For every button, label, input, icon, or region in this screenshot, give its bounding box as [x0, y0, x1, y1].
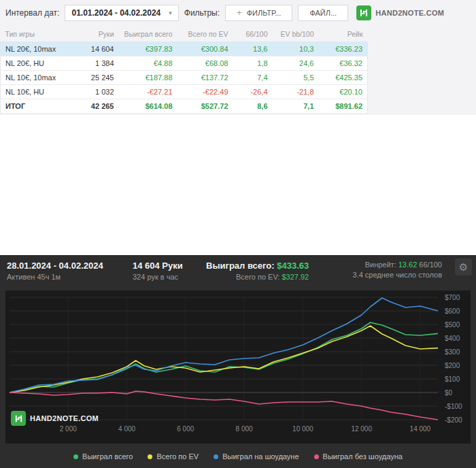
svg-text:10 000: 10 000 — [292, 425, 313, 433]
top-section: Интервал дат: 01.01.2024 - 04.02.2024 ▾ … — [0, 0, 476, 115]
table-total-row[interactable]: ИТОГ42 265$614.08$527.728,67,1$891.62 — [1, 99, 368, 114]
add-filter-button-label: ФИЛЬТР... — [247, 9, 282, 17]
svg-text:$500: $500 — [445, 321, 460, 329]
svg-text:8 000: 8 000 — [236, 425, 253, 433]
table-cell: 10,3 — [273, 42, 319, 56]
table-cell: -€27.21 — [119, 85, 177, 99]
table-cell: NL 20€, HU — [1, 56, 73, 71]
session-panel-header: 28.01.2024 - 04.02.2024 Активен 45ч 1м 1… — [0, 255, 476, 281]
legend-dot-icon — [73, 454, 78, 459]
table-cell: NL 20€, 10max — [1, 42, 73, 56]
table-cell: 42 265 — [73, 99, 119, 114]
table-row[interactable]: NL 10€, HU1 032-€27.21-€22.49-26,4-21,8€… — [1, 85, 368, 99]
brand-text: HAND2NOTE.COM — [375, 9, 444, 17]
svg-text:$300: $300 — [445, 348, 460, 356]
svg-text:-$100: -$100 — [445, 403, 462, 410]
column-header[interactable]: Рейк — [319, 26, 368, 42]
svg-text:$600: $600 — [445, 307, 460, 315]
brand-logo[interactable]: HAND2NOTE.COM — [356, 5, 444, 20]
table-cell: -€22.49 — [177, 85, 233, 99]
svg-text:2 000: 2 000 — [60, 425, 77, 433]
date-range-select[interactable]: 01.01.2024 - 04.02.2024 ▾ — [65, 5, 178, 21]
table-cell: 1 032 — [73, 85, 119, 99]
svg-text:$200: $200 — [445, 362, 460, 369]
legend-dot-icon — [148, 454, 152, 459]
file-button-label: ФАЙЛ... — [309, 9, 337, 17]
column-header[interactable]: Всего по EV — [177, 26, 233, 42]
legend-item[interactable]: Выиграл всего — [73, 452, 133, 461]
legend-item[interactable]: Выиграл на шоудауне — [214, 452, 299, 461]
legend-item[interactable]: Выиграл без шоудауна — [314, 452, 403, 461]
legend-item-label: Выиграл без шоудауна — [323, 452, 403, 461]
plus-icon: + — [237, 10, 242, 16]
settings-gear-icon[interactable]: ⚙ — [455, 258, 472, 275]
session-active-time: Активен 45ч 1м — [7, 273, 133, 281]
svg-text:12 000: 12 000 — [351, 425, 372, 433]
legend-item-label: Всего по EV — [156, 452, 199, 461]
table-row[interactable]: NL 20€, HU1 384€4.88€68.081,824,6€36.32 — [1, 56, 368, 71]
table-cell: €68.08 — [177, 56, 233, 71]
results-table: Тип игрыРукиВыиграл всегоВсего по EV66/1… — [0, 26, 368, 114]
svg-text:14 000: 14 000 — [410, 425, 431, 433]
table-cell: 8,6 — [233, 99, 273, 114]
column-header[interactable]: Тип игры — [1, 26, 73, 42]
table-cell: 1,8 — [233, 56, 273, 71]
table-cell: €20.10 — [319, 85, 368, 99]
session-ev-value: $327.92 — [282, 273, 309, 281]
add-filter-button[interactable]: + ФИЛЬТР... — [225, 5, 292, 21]
svg-text:4 000: 4 000 — [118, 425, 135, 433]
legend-item-label: Выиграл всего — [82, 452, 133, 461]
table-cell: $527.72 — [177, 99, 233, 114]
session-panel: 28.01.2024 - 04.02.2024 Активен 45ч 1м 1… — [0, 255, 476, 468]
table-cell: -26,4 — [233, 85, 273, 99]
column-header[interactable]: 66/100 — [233, 26, 273, 42]
column-header[interactable]: EV bb/100 — [273, 26, 319, 42]
session-ev-total: Всего по EV: $327.92 — [206, 273, 309, 281]
legend-dot-icon — [314, 454, 319, 459]
table-cell: 14 604 — [73, 42, 119, 56]
table-cell: 25 245 — [73, 71, 119, 85]
filters-label: Фильтры: — [184, 8, 220, 18]
legend-dot-icon — [214, 454, 218, 459]
column-header[interactable]: Руки — [73, 26, 119, 42]
table-cell: $614.08 — [119, 99, 177, 114]
toolbar: Интервал дат: 01.01.2024 - 04.02.2024 ▾ … — [0, 0, 476, 26]
table-row[interactable]: NL 20€, 10max14 604€397.83€300.8413,610,… — [1, 42, 368, 56]
column-header[interactable]: Выиграл всего — [119, 26, 177, 42]
hand2note-logo-icon — [356, 5, 371, 20]
table-cell: 5,5 — [273, 71, 319, 85]
session-avg-tables: 3.4 среднее число столов — [352, 271, 442, 279]
session-hands-per-hour: 324 рук в час — [133, 273, 206, 281]
chart-watermark: HAND2NOTE.COM — [11, 411, 99, 426]
svg-text:$700: $700 — [445, 294, 460, 301]
session-won-total: Выиграл всего: $433.63 — [206, 261, 309, 271]
table-cell: €4.88 — [119, 56, 177, 71]
svg-text:-$200: -$200 — [445, 416, 462, 424]
table-cell: 24,6 — [273, 56, 319, 71]
file-button[interactable]: ФАЙЛ... — [298, 5, 348, 21]
date-range-value: 01.01.2024 - 04.02.2024 — [71, 8, 160, 18]
legend-item[interactable]: Всего по EV — [148, 452, 199, 461]
hand2note-logo-icon — [11, 411, 26, 426]
table-cell: €187.88 — [119, 71, 177, 85]
svg-text:$0: $0 — [445, 389, 453, 397]
table-cell: NL 10€, 10max — [1, 71, 73, 85]
svg-text:$400: $400 — [445, 335, 460, 342]
session-winrate: Винрейт: 13.62 66/100 — [352, 261, 442, 269]
table-cell: NL 10€, HU — [1, 85, 73, 99]
chevron-down-icon: ▾ — [169, 10, 172, 16]
equity-chart-area: 2 0004 0006 0008 00010 00012 00014 000$7… — [5, 290, 471, 444]
table-cell: €137.72 — [177, 71, 233, 85]
table-cell: 13,6 — [233, 42, 273, 56]
table-cell: €36.32 — [319, 56, 368, 71]
legend-item-label: Выиграл на шоудауне — [222, 452, 299, 461]
table-cell: €397.83 — [119, 42, 177, 56]
session-won-value: $433.63 — [277, 261, 309, 271]
date-interval-label: Интервал дат: — [5, 8, 59, 18]
table-cell: -21,8 — [273, 85, 319, 99]
session-date-range: 28.01.2024 - 04.02.2024 — [7, 261, 133, 271]
svg-text:6 000: 6 000 — [177, 425, 194, 433]
table-cell: 7,4 — [233, 71, 273, 85]
session-winrate-value: 13.62 — [398, 261, 418, 269]
table-row[interactable]: NL 10€, 10max25 245€187.88€137.727,45,5€… — [1, 71, 368, 85]
